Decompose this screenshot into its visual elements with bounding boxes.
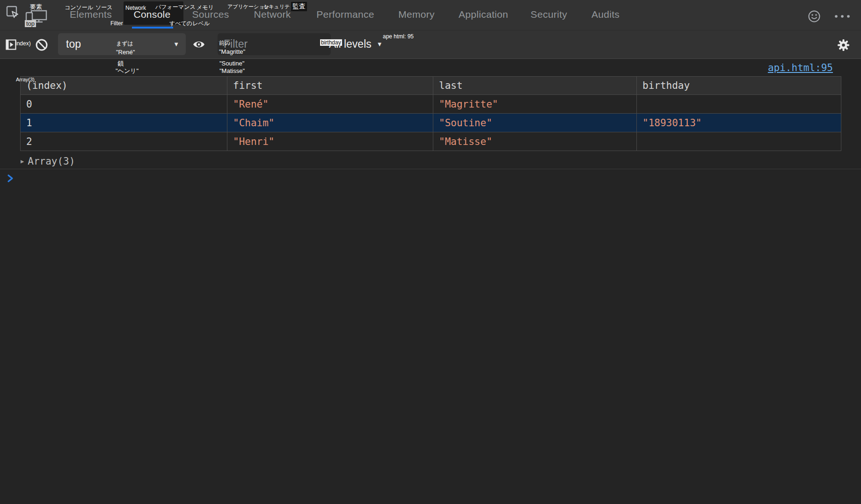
array-summary-label: Array(3) <box>28 156 75 167</box>
overlay-performance-ja: パフォーマンス <box>155 3 196 11</box>
overlay-array-label: Array(3) <box>16 77 35 82</box>
console-toolbar: index) top ▼ まずは "René" 前の "Magritte" <box>0 30 861 59</box>
cell-first: "Chaim" <box>227 114 433 132</box>
column-header-first[interactable]: first <box>227 77 433 95</box>
overlay-henri-ja: "ヘンリ" <box>116 67 139 75</box>
expand-triangle-icon[interactable]: ▶ <box>21 158 24 165</box>
overlay-audits-ja: 監査 <box>291 2 307 11</box>
column-header-last[interactable]: last <box>433 77 637 95</box>
cell-first: "Henri" <box>227 132 433 151</box>
overlay-soutine: "Soutine" <box>219 60 244 67</box>
source-location-link[interactable]: api.html:95 <box>768 62 833 73</box>
overlay-sources-ja: ソース <box>95 4 113 12</box>
overlay-rene: "René" <box>116 49 135 56</box>
tab-memory[interactable]: Memory <box>398 9 435 20</box>
overlay-matisse: "Matisse" <box>219 67 245 74</box>
javascript-context-selector[interactable]: top ▼ まずは "René" <box>58 33 186 55</box>
overlay-security-ja: セキュリティ <box>263 3 295 10</box>
cell-birthday <box>637 95 841 114</box>
tab-performance[interactable]: Performance <box>316 9 374 20</box>
overlay-top-badge: top <box>25 20 36 27</box>
console-table: (index) first last birthday 0 "René" "Ma… <box>20 76 841 151</box>
overlay-filter-small: Filter <box>110 20 123 27</box>
tab-network[interactable]: Network <box>254 9 291 20</box>
context-selector-value: top <box>66 33 81 55</box>
cell-index: 1 <box>21 114 227 132</box>
active-tab-underline <box>132 27 173 29</box>
overlay-index-partial: index) <box>15 40 31 47</box>
overlay-network-small: Network <box>125 5 146 11</box>
overlay-ape-html: ape html: 95 <box>383 33 414 40</box>
cell-index: 2 <box>21 132 227 151</box>
live-expression-eye-icon[interactable] <box>193 38 205 50</box>
devtools-window: 要素 top コンソール ソース パフォーマンス メモリ アプリケーション セキ… <box>0 0 861 504</box>
console-messages-area: 鎖 "ヘンリ" "Soutine" "Matisse" api.html:95 … <box>0 59 861 504</box>
cell-last: "Magritte" <box>433 95 637 114</box>
chevron-down-icon: ▼ <box>377 41 383 48</box>
settings-gear-icon[interactable] <box>837 39 850 51</box>
console-sidebar-toggle-icon[interactable] <box>6 39 16 50</box>
cell-last: "Soutine" <box>433 114 637 132</box>
cell-birthday <box>637 132 841 151</box>
tab-application[interactable]: Application <box>459 9 508 20</box>
table-row-selected[interactable]: 1 "Chaim" "Soutine" "18930113" <box>21 114 841 132</box>
console-filter-field: 前の "Magritte" <box>218 33 331 55</box>
tab-security[interactable]: Security <box>531 9 567 20</box>
inspect-element-icon[interactable] <box>6 6 19 19</box>
overlay-memory-ja: メモリ <box>197 4 214 12</box>
cell-first: "René" <box>227 95 433 114</box>
tab-audits[interactable]: Audits <box>591 9 620 20</box>
overlay-all-levels-ja: すべてのレベル <box>169 20 210 28</box>
feedback-smiley-icon[interactable] <box>808 10 821 23</box>
cell-last: "Matisse" <box>433 132 637 151</box>
console-prompt-chevron-icon[interactable] <box>7 174 14 183</box>
cell-birthday: "18930113" <box>637 114 841 132</box>
overlay-console-ja: コンソール <box>65 4 93 12</box>
column-header-index[interactable]: (index) <box>21 77 227 95</box>
table-row[interactable]: 0 "René" "Magritte" <box>21 95 841 114</box>
table-row[interactable]: 2 "Henri" "Matisse" <box>21 132 841 151</box>
more-options-icon[interactable] <box>833 10 852 23</box>
overlay-elements-ja: 要素 <box>30 3 42 11</box>
cell-index: 0 <box>21 95 227 114</box>
overlay-mae-no: 前の <box>219 39 230 47</box>
table-header-row: (index) first last birthday <box>21 77 841 95</box>
column-header-birthday[interactable]: birthday <box>637 77 841 95</box>
clear-console-icon[interactable] <box>35 38 48 51</box>
array-summary-row[interactable]: ▶ Array(3) <box>21 155 75 168</box>
overlay-magritte: "Magritte" <box>219 48 245 55</box>
devtools-tab-bar: 要素 top コンソール ソース パフォーマンス メモリ アプリケーション セキ… <box>0 0 861 30</box>
overlay-birthday-highlight: birthday <box>320 39 342 46</box>
divider <box>0 169 861 169</box>
overlay-mazuwa: まずは <box>116 40 133 48</box>
chevron-down-icon: ▼ <box>173 41 179 48</box>
